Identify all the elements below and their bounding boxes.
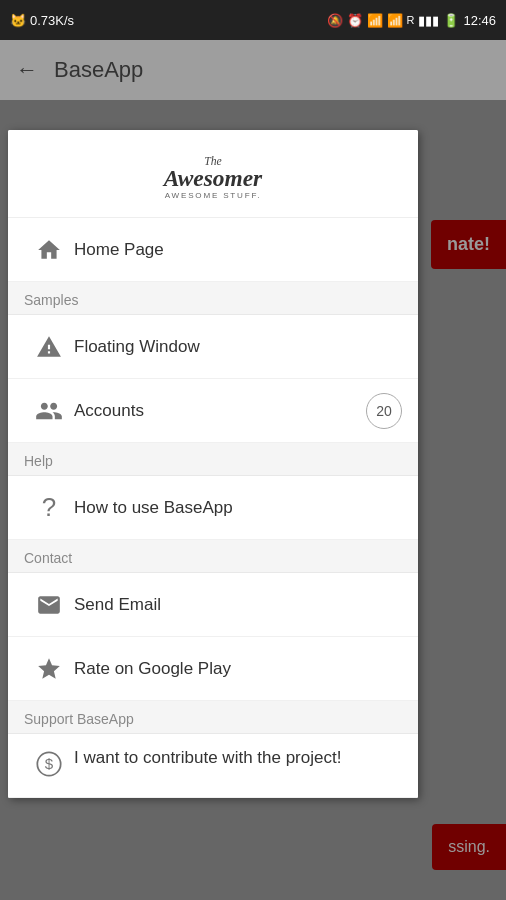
mute-icon: 🔕 [327, 13, 343, 28]
battery-icon: 🔋 [443, 13, 459, 28]
svg-text:AWESOME STUFF.: AWESOME STUFF. [165, 191, 262, 200]
logo-image: The Awesomer AWESOME STUFF. [123, 148, 303, 203]
email-icon [24, 592, 74, 618]
back-button[interactable]: ← [16, 57, 38, 83]
question-icon: ? [24, 492, 74, 523]
section-help: Help [8, 443, 418, 476]
people-icon [24, 397, 74, 425]
status-bar-right: 🔕 ⏰ 📶 📶 R ▮▮▮ 🔋 12:46 [327, 13, 497, 28]
accounts-badge: 20 [366, 393, 402, 429]
menu-item-accounts[interactable]: Accounts 20 [8, 379, 418, 443]
send-email-label: Send Email [74, 595, 402, 615]
wifi-icon: 📶 [367, 13, 383, 28]
drawer-logo: The Awesomer AWESOME STUFF. [8, 130, 418, 218]
r-icon: R [407, 14, 415, 26]
home-icon [24, 237, 74, 263]
menu-item-send-email[interactable]: Send Email [8, 573, 418, 637]
navigation-drawer: The Awesomer AWESOME STUFF. Home Page Sa… [8, 130, 418, 798]
svg-text:$: $ [45, 755, 54, 772]
speed-indicator: 0.73K/s [30, 13, 74, 28]
menu-item-home[interactable]: Home Page [8, 218, 418, 282]
alarm-icon: ⏰ [347, 13, 363, 28]
menu-item-floating-window[interactable]: Floating Window [8, 315, 418, 379]
accounts-label: Accounts [74, 401, 366, 421]
svg-text:Awesomer: Awesomer [162, 165, 263, 191]
contribute-label: I want to contribute with the project! [74, 746, 402, 770]
floating-window-label: Floating Window [74, 337, 402, 357]
signal-icon: 📶 [387, 13, 403, 28]
star-icon [24, 656, 74, 682]
status-bar: 🐱 0.73K/s 🔕 ⏰ 📶 📶 R ▮▮▮ 🔋 12:46 [0, 0, 506, 40]
section-samples: Samples [8, 282, 418, 315]
how-to-use-label: How to use BaseApp [74, 498, 402, 518]
signal-icon2: ▮▮▮ [418, 13, 439, 28]
dollar-icon: $ [24, 750, 74, 778]
menu-item-how-to-use[interactable]: ? How to use BaseApp [8, 476, 418, 540]
section-contact: Contact [8, 540, 418, 573]
warning-icon [24, 334, 74, 360]
menu-item-rate-google-play[interactable]: Rate on Google Play [8, 637, 418, 701]
section-support: Support BaseApp [8, 701, 418, 734]
cat-icon: 🐱 [10, 13, 26, 28]
page-title: BaseApp [54, 57, 143, 83]
app-header: ← BaseApp [0, 40, 506, 100]
menu-item-contribute[interactable]: $ I want to contribute with the project! [8, 734, 418, 798]
rate-google-play-label: Rate on Google Play [74, 659, 402, 679]
home-page-label: Home Page [74, 240, 402, 260]
time-display: 12:46 [463, 13, 496, 28]
status-bar-left: 🐱 0.73K/s [10, 13, 74, 28]
